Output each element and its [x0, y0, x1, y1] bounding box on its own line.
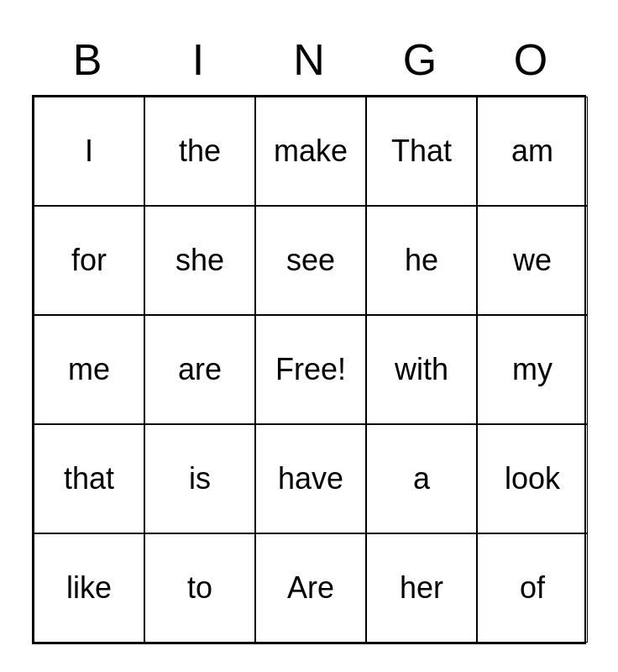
grid-cell-16[interactable]: is	[144, 424, 255, 533]
grid-cell-18[interactable]: a	[366, 424, 477, 533]
bingo-header: B I N G O	[32, 28, 586, 92]
grid-cell-24[interactable]: of	[477, 533, 588, 643]
grid-cell-5[interactable]: for	[34, 206, 144, 315]
grid-cell-10[interactable]: me	[34, 315, 144, 424]
bingo-grid: IthemakeThatamforsheseehewemeareFree!wit…	[32, 95, 586, 644]
grid-cell-22[interactable]: Are	[255, 533, 366, 643]
grid-cell-13[interactable]: with	[366, 315, 477, 424]
grid-cell-15[interactable]: that	[34, 424, 144, 533]
grid-cell-6[interactable]: she	[144, 206, 255, 315]
grid-cell-0[interactable]: I	[34, 97, 144, 206]
grid-cell-11[interactable]: are	[144, 315, 255, 424]
grid-cell-14[interactable]: my	[477, 315, 588, 424]
grid-cell-21[interactable]: to	[144, 533, 255, 643]
grid-cell-23[interactable]: her	[366, 533, 477, 643]
header-g: G	[364, 28, 475, 92]
bingo-card: B I N G O IthemakeThatamforsheseehewemea…	[15, 11, 603, 661]
grid-cell-4[interactable]: am	[477, 97, 588, 206]
grid-cell-2[interactable]: make	[255, 97, 366, 206]
grid-cell-7[interactable]: see	[255, 206, 366, 315]
header-o: O	[475, 28, 586, 92]
header-b: B	[32, 28, 143, 92]
header-n: N	[254, 28, 364, 92]
grid-cell-19[interactable]: look	[477, 424, 588, 533]
grid-cell-17[interactable]: have	[255, 424, 366, 533]
grid-cell-1[interactable]: the	[144, 97, 255, 206]
grid-cell-3[interactable]: That	[366, 97, 477, 206]
grid-cell-12[interactable]: Free!	[255, 315, 366, 424]
grid-cell-9[interactable]: we	[477, 206, 588, 315]
grid-cell-8[interactable]: he	[366, 206, 477, 315]
header-i: I	[143, 28, 254, 92]
grid-cell-20[interactable]: like	[34, 533, 144, 643]
